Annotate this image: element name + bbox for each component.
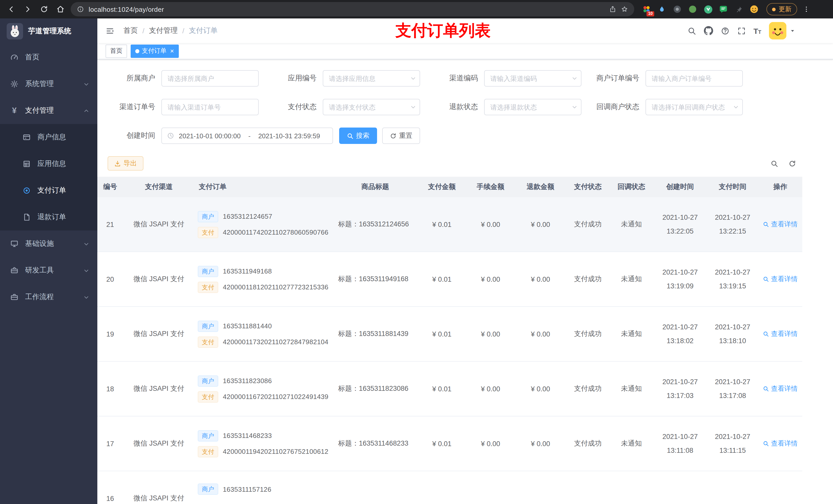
- pay-no: 4200001173202110272847982104: [223, 338, 328, 346]
- breadcrumb-payment[interactable]: 支付管理: [149, 26, 178, 35]
- date-range-picker[interactable]: 2021-10-01 00:00:00 - 2021-10-31 23:59:5…: [161, 127, 333, 144]
- cell-create-time: 2021-10-2713:22:05: [653, 197, 707, 251]
- font-size-icon[interactable]: TT: [753, 27, 761, 34]
- cell-title: 标题：1635311823086: [333, 362, 418, 416]
- channel-code-input[interactable]: [484, 70, 581, 87]
- screen: localhost:1024/pay/order 10: [0, 0, 833, 504]
- sidebar-item-devtools[interactable]: 研发工具: [0, 257, 97, 284]
- user-menu[interactable]: [769, 22, 795, 40]
- share-icon[interactable]: [609, 6, 616, 13]
- avatar: [769, 22, 786, 40]
- vue-devtools-icon[interactable]: [703, 4, 713, 14]
- merchant-order-no-input[interactable]: [645, 70, 743, 87]
- bookmark-star-icon[interactable]: [621, 6, 628, 13]
- github-icon[interactable]: [704, 26, 713, 35]
- merchant-badge: 商户: [198, 375, 218, 386]
- reset-button-label: 重置: [399, 131, 412, 140]
- date-start: 2021-10-01 00:00:00: [179, 132, 240, 140]
- browser-toolbar: localhost:1024/pay/order 10: [0, 0, 833, 19]
- breadcrumb-home[interactable]: 首页: [123, 26, 138, 35]
- cell-notify: [610, 471, 653, 504]
- col-create-time: 创建时间: [653, 177, 707, 197]
- pay-no: 4200001167202110271022491439: [223, 393, 328, 401]
- cell-fee: ¥ 0.00: [466, 416, 515, 471]
- search-button-label: 搜索: [356, 131, 370, 140]
- view-detail-link[interactable]: 查看详情: [763, 274, 798, 284]
- view-detail-link[interactable]: 查看详情: [763, 384, 798, 393]
- export-button[interactable]: 导出: [108, 156, 143, 171]
- table-body: 21 微信 JSAPI 支付 商户 1635312124657 支付 42000…: [97, 197, 802, 504]
- sidebar-item-infra[interactable]: 基础设施: [0, 231, 97, 257]
- search-button[interactable]: 搜索: [339, 127, 377, 144]
- pin-extension-icon[interactable]: [734, 4, 744, 14]
- view-detail-link[interactable]: 查看详情: [763, 329, 798, 339]
- cell-channel: 微信 JSAPI 支付: [123, 416, 195, 471]
- browser-update-button[interactable]: 更新: [766, 3, 797, 15]
- filter-label: 商户订单编号: [592, 74, 645, 83]
- reset-button[interactable]: 重置: [382, 127, 420, 144]
- cell-fee: ¥ 0.00: [466, 252, 515, 306]
- merchant-no-line: 商户 1635311823086: [198, 375, 272, 386]
- droplet-extension-icon[interactable]: [657, 4, 667, 14]
- sidebar-item-home[interactable]: 首页: [0, 44, 97, 71]
- profile-emoji-icon[interactable]: [749, 4, 759, 14]
- cell-notify: 未通知: [610, 416, 653, 471]
- app-logo[interactable]: 芋道管理系统: [0, 19, 97, 44]
- home-icon[interactable]: [53, 2, 68, 16]
- dark-extension-icon[interactable]: [672, 4, 682, 14]
- view-detail-link[interactable]: 查看详情: [763, 220, 798, 229]
- orders-table: 编号 支付渠道 支付订单 商品标题 支付金额 手续金额 退款金额 支付状态 回调…: [97, 177, 802, 504]
- chat-extension-icon[interactable]: [718, 4, 729, 14]
- sidebar-item-app-info[interactable]: 应用信息: [0, 150, 97, 177]
- table-row: 16 微信 JSAPI 支付 商户 1635311157126: [97, 471, 802, 504]
- view-detail-link[interactable]: 查看详情: [763, 439, 798, 448]
- colorful-extension-icon[interactable]: 10: [641, 4, 652, 14]
- site-info-icon[interactable]: [77, 6, 84, 13]
- fullscreen-icon[interactable]: [737, 26, 746, 35]
- sidebar-item-system[interactable]: 系统管理: [0, 71, 97, 97]
- refresh-icon[interactable]: [788, 160, 796, 167]
- gear-icon: [10, 80, 19, 88]
- url-bar[interactable]: localhost:1024/pay/order: [71, 2, 634, 16]
- table-tools: [770, 160, 796, 167]
- table-row: 21 微信 JSAPI 支付 商户 1635312124657 支付 42000…: [97, 197, 802, 252]
- url-text[interactable]: localhost:1024/pay/order: [89, 5, 604, 13]
- merchant-input[interactable]: [161, 70, 259, 87]
- reload-icon[interactable]: [37, 2, 51, 16]
- payment-submenu: 商户信息 应用信息 支付订单: [0, 124, 97, 231]
- toggle-search-icon[interactable]: [770, 160, 778, 167]
- sidebar-item-workflow[interactable]: 工作流程: [0, 284, 97, 310]
- filter-label: 支付状态: [269, 102, 323, 112]
- cell-id: 19: [97, 307, 123, 361]
- sidebar-fold-icon[interactable]: [105, 26, 114, 35]
- pay-status-input[interactable]: [323, 99, 420, 115]
- sidebar-item-payment[interactable]: ¥ 支付管理: [0, 97, 97, 124]
- sidebar-item-merchant-info[interactable]: 商户信息: [0, 124, 97, 150]
- breadcrumb-separator: /: [182, 27, 185, 35]
- cell-id: 20: [97, 252, 123, 306]
- forward-icon[interactable]: [21, 2, 35, 16]
- sidebar-item-refund-order[interactable]: 退款订单: [0, 204, 97, 231]
- cell-refund: ¥ 0.00: [515, 362, 566, 416]
- tag-label: 首页: [110, 47, 122, 55]
- tag-home[interactable]: 首页: [105, 44, 127, 57]
- col-channel: 支付渠道: [123, 177, 195, 197]
- green-extension-icon[interactable]: [688, 4, 698, 14]
- sidebar-item-pay-order[interactable]: 支付订单: [0, 177, 97, 204]
- help-icon[interactable]: [720, 26, 729, 35]
- navbar: 首页 / 支付管理 / 支付订单 支付订单列表: [97, 19, 833, 43]
- credit-card-icon: [22, 133, 31, 141]
- notify-status-input[interactable]: [645, 99, 743, 115]
- browser-menu-icon[interactable]: [799, 2, 813, 16]
- merchant-no-line: 商户 1635312124657: [198, 211, 272, 222]
- tag-pay-order[interactable]: 支付订单 ×: [130, 44, 178, 57]
- close-icon[interactable]: ×: [170, 48, 174, 54]
- channel-order-no-input[interactable]: [161, 99, 259, 115]
- back-icon[interactable]: [4, 2, 19, 16]
- extensions-cluster: 10: [641, 4, 759, 14]
- cell-pay-time: 2021-10-2713:17:08: [707, 362, 758, 416]
- search-icon[interactable]: [687, 26, 696, 35]
- app-no-input[interactable]: [323, 70, 420, 87]
- col-id: 编号: [97, 177, 123, 197]
- refund-status-input[interactable]: [484, 99, 581, 115]
